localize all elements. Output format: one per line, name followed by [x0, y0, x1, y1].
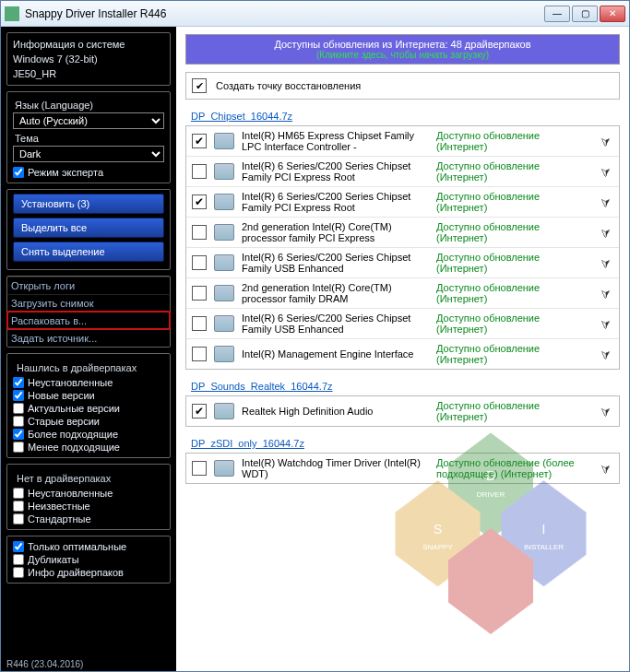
found-checkbox[interactable]	[13, 377, 24, 388]
open-logs-link[interactable]: Открыть логи	[7, 277, 170, 294]
banner-line2: (Кликните здесь, чтобы начать загрузку)	[190, 50, 615, 60]
expand-icon[interactable]: ⮛	[600, 319, 613, 328]
driver-row[interactable]: Intel(R) 6 Series/C200 Series Chipset Fa…	[186, 187, 619, 218]
expand-icon[interactable]: ⮛	[600, 407, 613, 416]
device-icon	[214, 403, 234, 419]
banner-line1: Доступны обновления из Интернета: 48 дра…	[190, 39, 615, 50]
driver-status: Доступно обновление (Интернет)	[436, 252, 593, 274]
version-footer: R446 (23.04.2016)	[6, 659, 83, 669]
driver-row[interactable]: Intel(R) 6 Series/C200 Series Chipset Fa…	[186, 157, 619, 187]
tail-panel: Только оптимальныеДубликатыИнфо драйверп…	[6, 536, 171, 584]
tail-label: Дубликаты	[28, 554, 79, 565]
tail-checkbox[interactable]	[13, 567, 24, 578]
driver-status: Доступно обновление (Интернет)	[436, 191, 593, 213]
svg-text:I: I	[542, 523, 546, 536]
expand-icon[interactable]: ⮛	[600, 197, 613, 206]
driver-checkbox[interactable]	[192, 195, 207, 209]
svg-text:DRIVER: DRIVER	[477, 490, 505, 499]
driver-checkbox[interactable]	[192, 461, 207, 476]
driver-checkbox[interactable]	[192, 134, 207, 148]
restore-checkbox[interactable]: ✔	[192, 78, 207, 93]
driver-row[interactable]: Realtek High Definition AudioДоступно об…	[186, 396, 619, 426]
driver-checkbox[interactable]	[192, 255, 207, 270]
found-checkbox[interactable]	[13, 390, 24, 401]
driver-row[interactable]: Intel(R) 6 Series/C200 Series Chipset Fa…	[186, 248, 619, 278]
app-icon	[5, 6, 19, 21]
expert-checkbox[interactable]	[13, 167, 24, 178]
close-button[interactable]: ✕	[600, 6, 625, 22]
missing-row: Стандартные	[13, 513, 164, 525]
install-button[interactable]: Установить (3)	[13, 194, 164, 214]
driver-row[interactable]: 2nd generation Intel(R) Core(TM) process…	[186, 278, 619, 309]
group-head[interactable]: DP_Sounds_Realtek_16044.7z	[191, 381, 620, 392]
svg-marker-2	[396, 480, 481, 586]
device-icon	[214, 254, 234, 271]
restore-row[interactable]: ✔ Создать точку восстановления	[185, 72, 620, 100]
driver-row[interactable]: Intel(R) 6 Series/C200 Series Chipset Fa…	[186, 309, 619, 339]
expand-icon[interactable]: ⮛	[600, 258, 613, 267]
titlebar[interactable]: Snappy Driver Installer R446 — ▢ ✕	[1, 1, 629, 27]
tail-checkbox[interactable]	[13, 541, 24, 552]
found-row: Неустановленные	[13, 376, 164, 389]
expand-icon[interactable]: ⮛	[600, 167, 613, 176]
expand-icon[interactable]: ⮛	[600, 464, 613, 473]
theme-select[interactable]: Dark	[13, 146, 164, 162]
tail-checkbox[interactable]	[13, 554, 24, 565]
found-checkbox[interactable]	[13, 416, 24, 427]
found-label: Старые версии	[28, 416, 100, 427]
deselect-button[interactable]: Снять выделение	[13, 242, 164, 262]
update-banner[interactable]: Доступны обновления из Интернета: 48 дра…	[185, 34, 620, 65]
language-select[interactable]: Auto (Русский)	[13, 112, 164, 129]
driver-checkbox[interactable]	[192, 164, 207, 179]
missing-checkbox[interactable]	[13, 501, 24, 512]
driver-row[interactable]: Intel(R) HM65 Express Chipset Family LPC…	[186, 126, 619, 157]
expand-icon[interactable]: ⮛	[600, 289, 613, 298]
expand-icon[interactable]: ⮛	[600, 349, 613, 359]
driver-checkbox[interactable]	[192, 404, 207, 419]
missing-row: Неизвестные	[13, 500, 164, 513]
group-head[interactable]: DP_Chipset_16044.7z	[191, 111, 620, 122]
select-all-button[interactable]: Выделить все	[13, 218, 164, 238]
driver-name: 2nd generation Intel(R) Core(TM) process…	[242, 221, 429, 243]
minimize-button[interactable]: —	[544, 6, 570, 22]
driver-name: Intel(R) Watchdog Timer Driver (Intel(R)…	[242, 457, 429, 479]
found-label: Более подходящие	[28, 429, 118, 440]
driver-checkbox[interactable]	[192, 286, 207, 301]
driver-name: 2nd generation Intel(R) Core(TM) process…	[242, 282, 429, 304]
missing-label: Неизвестные	[28, 501, 90, 512]
found-checkbox[interactable]	[13, 403, 24, 414]
driver-name: Realtek High Definition Audio	[242, 406, 429, 417]
driver-checkbox[interactable]	[192, 347, 207, 361]
driver-row[interactable]: Intel(R) Watchdog Timer Driver (Intel(R)…	[186, 454, 619, 483]
maximize-button[interactable]: ▢	[572, 6, 598, 22]
group-head[interactable]: DP_zSDI_only_16044.7z	[191, 438, 620, 449]
found-row: Более подходящие	[13, 428, 164, 441]
expand-icon[interactable]: ⮛	[600, 136, 613, 146]
missing-label: Неустановленные	[28, 488, 113, 499]
driver-row[interactable]: 2nd generation Intel(R) Core(TM) process…	[186, 218, 619, 248]
expert-label: Режим эксперта	[28, 167, 103, 178]
tail-row: Только оптимальные	[13, 540, 164, 553]
found-checkbox[interactable]	[13, 442, 24, 453]
tail-label: Инфо драйверпаков	[28, 567, 124, 578]
found-checkbox[interactable]	[13, 429, 24, 440]
svg-marker-3	[448, 528, 533, 634]
driver-row[interactable]: Intel(R) Management Engine InterfaceДост…	[186, 339, 619, 369]
driver-status: Доступно обновление (Интернет)	[436, 312, 593, 335]
device-icon	[214, 346, 234, 362]
expand-icon[interactable]: ⮛	[600, 228, 613, 237]
tail-row: Дубликаты	[13, 553, 164, 566]
driver-status: Доступно обновление (Интернет)	[436, 160, 593, 183]
driver-status: Доступно обновление (Интернет)	[436, 130, 593, 152]
extract-link[interactable]: Распаковать в...	[7, 312, 170, 329]
set-source-link[interactable]: Задать источник...	[7, 329, 170, 347]
found-label: Менее подходящие	[28, 442, 120, 453]
load-snapshot-link[interactable]: Загрузить снимок	[7, 294, 170, 312]
device-icon	[214, 194, 234, 210]
device-icon	[214, 224, 234, 241]
driver-name: Intel(R) 6 Series/C200 Series Chipset Fa…	[242, 191, 429, 213]
missing-checkbox[interactable]	[13, 488, 24, 499]
driver-checkbox[interactable]	[192, 225, 207, 240]
missing-checkbox[interactable]	[13, 513, 24, 525]
driver-checkbox[interactable]	[192, 316, 207, 331]
